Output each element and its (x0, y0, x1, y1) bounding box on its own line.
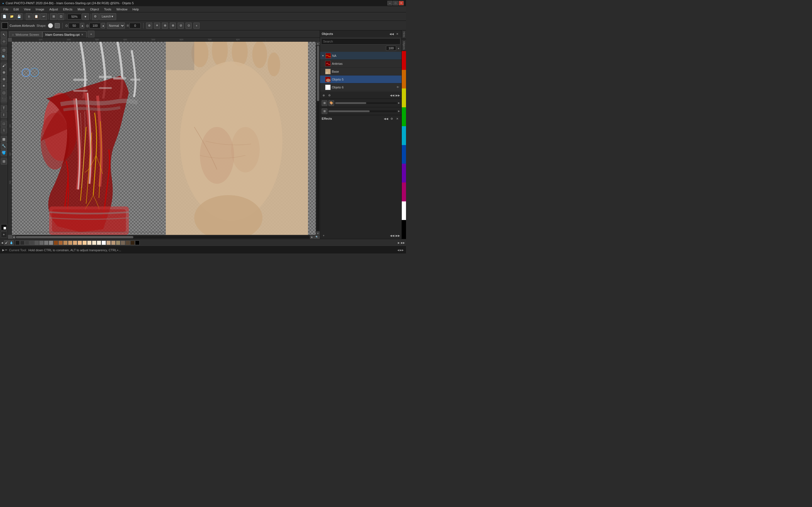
menu-adjust[interactable]: Adjust (47, 7, 60, 11)
horizontal-scrollbar[interactable]: ◀ ▶ 🔍 (12, 235, 320, 239)
menu-mask[interactable]: Mask (75, 7, 87, 11)
swatch-skin-7[interactable] (82, 240, 87, 245)
hscroll-thumb[interactable] (16, 236, 133, 238)
size-up-button[interactable]: ▲ (80, 23, 84, 29)
dodge-tool[interactable]: ☀ (1, 83, 7, 89)
opacity-input[interactable] (89, 23, 101, 29)
welcome-tab[interactable]: ⌂ Welcome Screen (9, 31, 42, 38)
bucket-tool[interactable]: 🪣 (1, 150, 7, 156)
add-object-button[interactable]: ⊕ (321, 93, 326, 98)
launch-dropdown[interactable]: Launch▼ (99, 13, 116, 20)
eyedropper-tool[interactable]: 🔧 (1, 143, 7, 149)
hscroll-track[interactable] (16, 236, 310, 238)
new-button[interactable]: 📄 (1, 13, 8, 20)
swatch-3[interactable] (30, 240, 34, 245)
color-cell-green[interactable] (402, 107, 406, 126)
text-tool[interactable]: T (1, 105, 7, 111)
palette-expand-button[interactable]: ▶▶ (401, 241, 405, 244)
channel-right-button[interactable]: ▶ (398, 102, 400, 104)
swatch-skin-5[interactable] (73, 240, 77, 245)
path-tool[interactable]: ⌇ (1, 127, 7, 133)
swatch-1[interactable] (20, 240, 24, 245)
menu-image[interactable]: Image (33, 7, 47, 11)
shape-tool[interactable]: I (1, 112, 7, 118)
swatch-skin-3[interactable] (63, 240, 68, 245)
menu-edit[interactable]: Edit (11, 7, 21, 11)
effects-settings-icon[interactable]: ⚙ (389, 116, 394, 121)
swatch-tan-2[interactable] (111, 240, 116, 245)
vertical-scrollbar[interactable]: ▲ ▼ (316, 42, 320, 235)
swatch-skin-4[interactable] (68, 240, 72, 245)
color-cell-cyan[interactable] (402, 126, 406, 145)
canvas-viewport[interactable]: 100 200 300 400 500 600 700 800 (8, 38, 320, 239)
circle-shape-button[interactable] (48, 23, 53, 28)
color-cell-orange[interactable] (402, 70, 406, 89)
zoom-input[interactable] (67, 14, 82, 19)
open-button[interactable]: 📁 (8, 13, 15, 20)
layer-item-objeto6[interactable]: Objeto 6 👁 (320, 83, 402, 91)
effects-collapse[interactable]: ▶▶ (395, 233, 400, 238)
status-tool-1[interactable]: ▶ (2, 248, 4, 251)
swatch-0[interactable] (15, 240, 20, 245)
crop-tool[interactable]: ⊡ (1, 47, 7, 53)
swatch-7[interactable] (49, 240, 53, 245)
spray-option-4[interactable]: ⊗ (170, 22, 176, 29)
color-cell-magenta[interactable] (402, 182, 406, 202)
swatch-skin-9[interactable] (92, 240, 96, 245)
status-pen-icon[interactable]: ✏ (5, 248, 7, 251)
swatch-black[interactable] (135, 240, 140, 245)
objects-close-button[interactable]: ✕ (395, 31, 400, 36)
flow-input[interactable] (130, 23, 141, 29)
status-right-btn-2[interactable]: ▶▶ (400, 249, 404, 251)
channels-icon[interactable]: ⊞ (322, 100, 327, 106)
swatch-tan-3[interactable] (116, 240, 120, 245)
undo-button[interactable]: ↩ (40, 13, 47, 20)
objects-search-input[interactable] (321, 38, 400, 45)
rectangle-tool[interactable]: □ (1, 121, 7, 127)
save-button[interactable]: 💾 (16, 13, 22, 20)
copy-button[interactable]: ⎘ (26, 13, 33, 20)
swatch-2[interactable] (25, 240, 29, 245)
secondary-slider[interactable] (328, 110, 397, 112)
swatch-skin-6[interactable] (78, 240, 82, 245)
size-input[interactable] (68, 23, 80, 29)
minimize-button[interactable]: ─ (388, 1, 393, 5)
objects-panel-expand-all[interactable]: ◀◀ (390, 93, 395, 98)
objects-panel-collapse[interactable]: ▶▶ (395, 93, 400, 98)
fill-tool[interactable]: ⬛ (1, 96, 7, 103)
spray-option-1[interactable]: ⊛ (146, 22, 152, 29)
foreground-color-swatch[interactable] (2, 22, 8, 29)
layer-item-base[interactable]: Base (320, 68, 402, 75)
crop-button[interactable]: ⊡ (57, 13, 64, 20)
vscroll-thumb[interactable] (317, 46, 319, 101)
close-button[interactable]: ✕ (399, 1, 404, 5)
effects-close-button[interactable]: ✕ (395, 116, 400, 121)
effects-expand-all[interactable]: ◀◀ (390, 233, 395, 238)
opacity-up-button[interactable]: ▲ (101, 23, 105, 29)
spray-option-5[interactable]: ⊘ (177, 22, 184, 29)
layer-item-na[interactable]: ▼ NA (320, 52, 402, 60)
maximize-button[interactable]: □ (393, 1, 398, 5)
objeto6-visibility-toggle[interactable]: 👁 (396, 86, 400, 89)
color-cell-yellow[interactable] (402, 89, 406, 107)
hints-tab[interactable]: Hints (402, 31, 406, 39)
menu-view[interactable]: View (22, 7, 33, 11)
tab-close-icon[interactable]: ✕ (81, 33, 84, 36)
spray-option-6[interactable]: ⊙ (186, 22, 192, 29)
transform-button[interactable]: ⊞ (50, 13, 57, 20)
menu-window[interactable]: Window (114, 7, 130, 11)
vscroll-up-button[interactable]: ▲ (316, 42, 320, 45)
swatch-dark-1[interactable] (130, 240, 135, 245)
pattern-tool[interactable]: ⊞ (1, 158, 7, 165)
mix-colors-button[interactable]: 🎨 (328, 100, 334, 106)
swatch-5[interactable] (39, 240, 44, 245)
settings-button[interactable]: ⚙ (92, 13, 99, 20)
eraser-tool[interactable]: ◻ (1, 90, 7, 96)
object-settings-button[interactable]: ⚙ (327, 93, 332, 98)
color-cell-blue[interactable] (402, 145, 406, 164)
menu-effects[interactable]: Effects (61, 7, 75, 11)
spray-option-2[interactable]: ☀ (154, 22, 160, 29)
swatch-skin-2[interactable] (58, 240, 63, 245)
swatch-skin-1[interactable] (54, 240, 58, 245)
zoom-dropdown[interactable]: ▼ (82, 13, 89, 20)
